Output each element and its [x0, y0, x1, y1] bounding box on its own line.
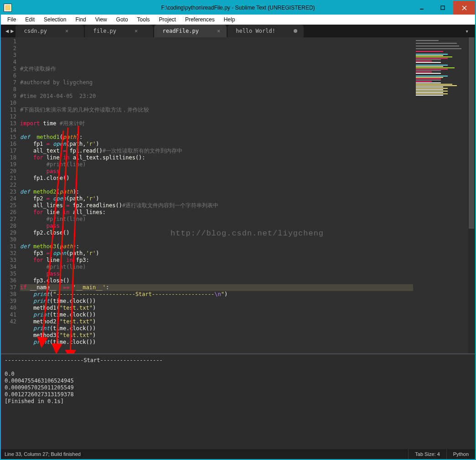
- line-number: 25: [1, 202, 16, 209]
- line-number: 8: [1, 86, 16, 93]
- line-number: 15: [1, 134, 16, 141]
- line-number: 35: [1, 271, 16, 277]
- menu-help[interactable]: Help: [219, 15, 240, 25]
- code-line[interactable]: #time 2014-04-05 23:20: [20, 93, 413, 100]
- code-line[interactable]: pass: [20, 271, 413, 277]
- line-number: 27: [1, 216, 16, 223]
- code-line[interactable]: print(time.clock()): [20, 312, 413, 318]
- line-number: 22: [1, 182, 16, 189]
- status-syntax[interactable]: Python: [446, 449, 475, 459]
- status-bar: Line 33, Column 27; Build finished Tab S…: [1, 449, 475, 459]
- code-line[interactable]: [20, 86, 413, 93]
- code-line[interactable]: fp3.close(): [20, 277, 413, 284]
- code-line[interactable]: pass: [20, 223, 413, 230]
- tab-nav: ◀ ▶: [4, 25, 16, 37]
- menu-tools[interactable]: Tools: [133, 15, 155, 25]
- tab-label: readFile.py: [162, 28, 198, 34]
- tab-readfile-py[interactable]: readFile.py×: [154, 25, 227, 37]
- code-area[interactable]: http://blog.csdn.net/liygcheng #文件读取操作#a…: [20, 37, 413, 353]
- tab-hello-world-[interactable]: hello World!: [228, 25, 304, 37]
- tab-next-icon[interactable]: ▶: [10, 28, 14, 34]
- minimize-button[interactable]: [411, 1, 432, 15]
- code-line[interactable]: fp1.close(): [20, 175, 413, 182]
- code-line[interactable]: [20, 346, 413, 353]
- menu-goto[interactable]: Goto: [112, 15, 133, 25]
- line-number: 42: [1, 318, 16, 325]
- code-line[interactable]: [20, 127, 413, 134]
- line-number: 1: [1, 38, 16, 45]
- code-line[interactable]: #print(line): [20, 216, 413, 223]
- line-number: 18: [1, 154, 16, 161]
- code-line[interactable]: method2("test.txt"): [20, 318, 413, 325]
- line-number: 12: [1, 113, 16, 120]
- menu-file[interactable]: File: [3, 15, 21, 25]
- line-number: 37: [1, 284, 16, 291]
- code-line[interactable]: #print(line): [20, 264, 413, 271]
- code-line[interactable]: method1("test.txt"): [20, 305, 413, 312]
- menu-project[interactable]: Project: [155, 15, 181, 25]
- code-line[interactable]: if __name__ == '__main__':: [20, 284, 413, 291]
- line-number: 34: [1, 264, 16, 271]
- scrollbar-thumb[interactable]: [469, 37, 474, 229]
- menu-selection[interactable]: Selection: [39, 15, 71, 25]
- code-line[interactable]: print(time.clock()): [20, 298, 413, 305]
- line-number: 24: [1, 195, 16, 202]
- code-line[interactable]: method3("test.txt"): [20, 332, 413, 339]
- code-line[interactable]: print(time.clock()): [20, 325, 413, 332]
- tab-file-py[interactable]: file.py×: [85, 25, 153, 37]
- vertical-scrollbar[interactable]: [468, 37, 475, 353]
- code-line[interactable]: pass: [20, 168, 413, 175]
- line-number: 28: [1, 223, 16, 230]
- code-line[interactable]: def method1(path):: [20, 134, 413, 141]
- code-line[interactable]: print("------------------------Start----…: [20, 291, 413, 298]
- code-line[interactable]: for line in all_lines:: [20, 209, 413, 216]
- maximize-button[interactable]: [432, 1, 453, 15]
- code-line[interactable]: #文件读取操作: [20, 66, 413, 72]
- line-number: 6: [1, 72, 16, 79]
- tab-close-icon[interactable]: ×: [217, 28, 220, 34]
- code-line[interactable]: import time #用来计时: [20, 120, 413, 127]
- code-line[interactable]: def method2(path):: [20, 189, 413, 195]
- build-output[interactable]: ------------------------Start-----------…: [1, 354, 475, 449]
- line-number: 14: [1, 127, 16, 134]
- status-position[interactable]: Line 33, Column 27; Build finished: [1, 451, 408, 457]
- tab-close-icon[interactable]: ×: [135, 28, 138, 34]
- tab-prev-icon[interactable]: ◀: [5, 28, 9, 34]
- code-line[interactable]: [20, 236, 413, 243]
- code-line[interactable]: print(time.clock()): [20, 339, 413, 346]
- close-button[interactable]: [453, 1, 475, 15]
- line-number: 32: [1, 250, 16, 257]
- minimize-icon: [419, 5, 424, 10]
- line-number: 2: [1, 45, 16, 52]
- code-line[interactable]: def method3(path):: [20, 243, 413, 250]
- line-number: 13: [1, 120, 16, 127]
- code-line[interactable]: #下面我们来演示常见的几种文件读取方法，并作比较: [20, 107, 413, 113]
- title-bar[interactable]: F:\coding\python\readFile.py - Sublime T…: [1, 1, 475, 15]
- code-line[interactable]: [20, 182, 413, 189]
- menu-preferences[interactable]: Preferences: [181, 15, 219, 25]
- code-line[interactable]: [20, 72, 413, 79]
- menu-edit[interactable]: Edit: [21, 15, 39, 25]
- tab-overflow-icon[interactable]: ▾: [461, 25, 472, 37]
- code-line[interactable]: for line in fp3:: [20, 257, 413, 264]
- code-line[interactable]: fp2 = open(path,'r'): [20, 195, 413, 202]
- menu-find[interactable]: Find: [71, 15, 90, 25]
- menu-view[interactable]: View: [91, 15, 112, 25]
- code-line[interactable]: [20, 113, 413, 120]
- line-number: 36: [1, 277, 16, 284]
- tab-csdn-py[interactable]: csdn.py×: [16, 25, 84, 37]
- line-number: 40: [1, 305, 16, 312]
- minimap[interactable]: [413, 37, 468, 353]
- code-line[interactable]: all_lines = fp2.readlines()#逐行读取文件内容到一个字…: [20, 202, 413, 209]
- code-line[interactable]: #authored by liygcheng: [20, 79, 413, 86]
- code-line[interactable]: fp1 = open(path,'r'): [20, 141, 413, 148]
- status-tabsize[interactable]: Tab Size: 4: [408, 449, 446, 459]
- code-line[interactable]: for line in all_text.splitlines():: [20, 154, 413, 161]
- code-line[interactable]: all_text = fp1.read()#一次性读取所有的文件到内存中: [20, 148, 413, 154]
- tab-close-icon[interactable]: ×: [65, 28, 68, 34]
- code-line[interactable]: #print(line): [20, 161, 413, 168]
- code-line[interactable]: fp2.close(): [20, 230, 413, 236]
- line-number: 41: [1, 312, 16, 318]
- code-line[interactable]: fp3 = open(path,'r'): [20, 250, 413, 257]
- code-line[interactable]: [20, 100, 413, 107]
